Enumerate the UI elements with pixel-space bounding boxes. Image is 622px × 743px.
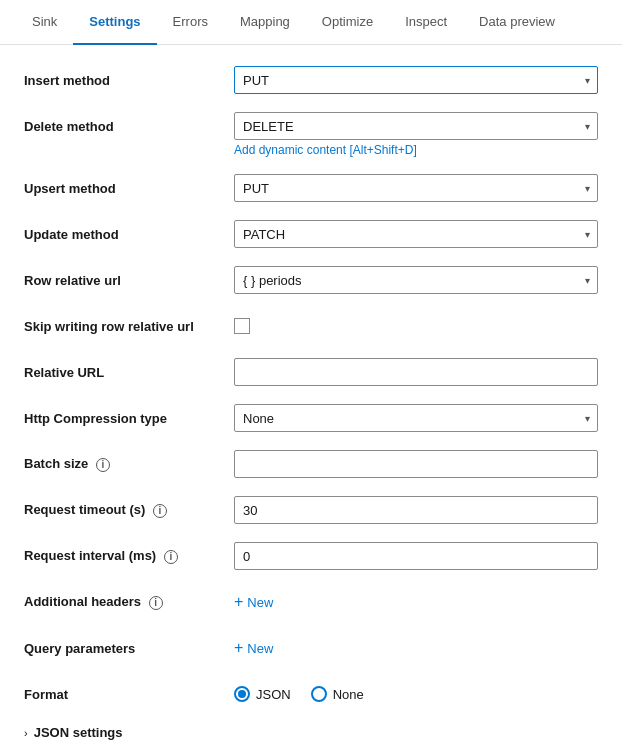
dynamic-content-link[interactable]: Add dynamic content [Alt+Shift+D] [234,143,598,157]
tab-mapping[interactable]: Mapping [224,0,306,45]
upsert-method-select-wrapper: PUT POST PATCH DELETE ▾ [234,174,598,202]
http-compression-row: Http Compression type None GZip Deflate … [24,403,598,433]
update-method-select-wrapper: PATCH PUT POST DELETE ▾ [234,220,598,248]
relative-url-input[interactable] [234,358,598,386]
request-interval-row: Request interval (ms) i [24,541,598,571]
relative-url-control [234,358,598,386]
upsert-method-label: Upsert method [24,181,234,196]
http-compression-control: None GZip Deflate ▾ [234,404,598,432]
delete-method-control: DELETE PUT POST PATCH ▾ [234,112,598,140]
upsert-method-select[interactable]: PUT POST PATCH DELETE [234,174,598,202]
request-timeout-label: Request timeout (s) i [24,502,234,518]
insert-method-select-wrapper: PUT POST PATCH DELETE ▾ [234,66,598,94]
http-compression-select[interactable]: None GZip Deflate [234,404,598,432]
relative-url-label: Relative URL [24,365,234,380]
update-method-label: Update method [24,227,234,242]
additional-headers-plus-icon: + [234,594,243,610]
upsert-method-row: Upsert method PUT POST PATCH DELETE ▾ [24,173,598,203]
tab-optimize[interactable]: Optimize [306,0,389,45]
batch-size-row: Batch size i [24,449,598,479]
delete-method-row: Delete method DELETE PUT POST PATCH ▾ Ad… [24,111,598,157]
format-json-label: JSON [256,687,291,702]
batch-size-control [234,450,598,478]
dynamic-content-link-container: Add dynamic content [Alt+Shift+D] [24,143,598,157]
json-settings-accordion[interactable]: › JSON settings [24,725,598,740]
delete-method-select[interactable]: DELETE PUT POST PATCH [234,112,598,140]
json-settings-label: JSON settings [34,725,123,740]
request-timeout-info-icon[interactable]: i [153,504,167,518]
query-parameters-control: + New [234,640,598,656]
additional-headers-add-button[interactable]: + New [234,594,273,610]
row-relative-url-row: Row relative url { } periods None Custom… [24,265,598,295]
skip-writing-row: Skip writing row relative url [24,311,598,341]
http-compression-label: Http Compression type [24,411,234,426]
batch-size-label: Batch size i [24,456,234,472]
http-compression-select-wrapper: None GZip Deflate ▾ [234,404,598,432]
additional-headers-control: + New [234,594,598,610]
request-interval-input[interactable] [234,542,598,570]
tab-data-preview[interactable]: Data preview [463,0,571,45]
settings-content: Insert method PUT POST PATCH DELETE ▾ De… [0,45,622,743]
format-label: Format [24,687,234,702]
update-method-control: PATCH PUT POST DELETE ▾ [234,220,598,248]
query-parameters-plus-icon: + [234,640,243,656]
json-settings-arrow-icon: › [24,727,28,739]
row-relative-url-select[interactable]: { } periods None Custom [234,266,598,294]
batch-size-info-icon[interactable]: i [96,458,110,472]
additional-headers-row: Additional headers i + New [24,587,598,617]
query-parameters-row: Query parameters + New [24,633,598,663]
request-timeout-row: Request timeout (s) i [24,495,598,525]
row-relative-url-select-wrapper: { } periods None Custom ▾ [234,266,598,294]
delete-method-select-wrapper: DELETE PUT POST PATCH ▾ [234,112,598,140]
format-none-option[interactable]: None [311,686,364,702]
skip-writing-control [234,318,598,335]
format-json-radio[interactable] [234,686,250,702]
insert-method-row: Insert method PUT POST PATCH DELETE ▾ [24,65,598,95]
delete-method-field-row: Delete method DELETE PUT POST PATCH ▾ [24,111,598,141]
request-timeout-control [234,496,598,524]
query-parameters-add-button[interactable]: + New [234,640,273,656]
batch-size-input[interactable] [234,450,598,478]
insert-method-select[interactable]: PUT POST PATCH DELETE [234,66,598,94]
insert-method-control: PUT POST PATCH DELETE ▾ [234,66,598,94]
format-none-label: None [333,687,364,702]
row-relative-url-label: Row relative url [24,273,234,288]
additional-headers-label: Additional headers i [24,594,234,610]
format-radio-group: JSON None [234,686,598,702]
format-control: JSON None [234,686,598,702]
row-relative-url-control: { } periods None Custom ▾ [234,266,598,294]
update-method-row: Update method PATCH PUT POST DELETE ▾ [24,219,598,249]
tab-inspect[interactable]: Inspect [389,0,463,45]
skip-writing-label: Skip writing row relative url [24,319,234,334]
tab-sink[interactable]: Sink [16,0,73,45]
request-interval-info-icon[interactable]: i [164,550,178,564]
format-none-radio[interactable] [311,686,327,702]
tab-settings[interactable]: Settings [73,0,156,45]
tab-errors[interactable]: Errors [157,0,224,45]
update-method-select[interactable]: PATCH PUT POST DELETE [234,220,598,248]
insert-method-label: Insert method [24,73,234,88]
request-timeout-input[interactable] [234,496,598,524]
relative-url-row: Relative URL [24,357,598,387]
format-row: Format JSON None [24,679,598,709]
query-parameters-label: Query parameters [24,641,234,656]
skip-writing-checkbox[interactable] [234,318,250,334]
request-interval-control [234,542,598,570]
additional-headers-info-icon[interactable]: i [149,596,163,610]
format-json-option[interactable]: JSON [234,686,291,702]
delete-method-label: Delete method [24,119,234,134]
upsert-method-control: PUT POST PATCH DELETE ▾ [234,174,598,202]
request-interval-label: Request interval (ms) i [24,548,234,564]
tab-bar: Sink Settings Errors Mapping Optimize In… [0,0,622,45]
